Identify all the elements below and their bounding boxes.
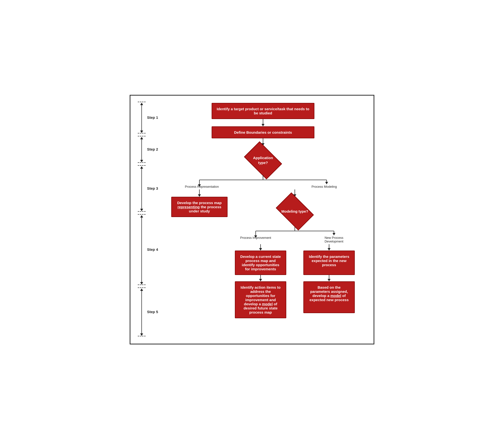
step1-label: Step 1	[147, 115, 158, 120]
flow-area: Identify a target product or service/tas…	[160, 100, 366, 336]
step5-label: Step 5	[147, 310, 158, 314]
steps-column: Step 1 Step 2	[138, 100, 160, 336]
step4-label: Step 4	[147, 247, 158, 252]
box1: Identify a target product or service/tas…	[212, 103, 314, 119]
step1-bracket: Step 1	[138, 102, 160, 134]
diagram-container: Step 1 Step 2	[130, 95, 374, 344]
branch-content: Develop the process map representing the…	[170, 189, 356, 318]
svg-marker-5	[325, 182, 328, 184]
box1-container: Identify a target product or service/tas…	[212, 103, 314, 119]
step3-bracket: Step 3	[138, 165, 160, 212]
diamond1-container: Application type?	[239, 146, 287, 175]
box-improvement: Develop a current state process map and …	[235, 251, 286, 275]
step4-bracket: Step 4	[138, 214, 160, 285]
box-new-process: Identify the parameters expected in the …	[303, 251, 355, 275]
box-new-model: Based on the parameters assigned, develo…	[303, 281, 355, 313]
branch-lines-svg	[170, 175, 356, 185]
step2-bracket: Step 2	[138, 136, 160, 163]
sub-spacer	[287, 244, 302, 318]
arrow-improvement2	[259, 275, 262, 281]
step2-label: Step 2	[147, 147, 158, 151]
svg-marker-11	[333, 233, 336, 235]
label-process-improvement: Process Improvement	[239, 236, 273, 243]
box2-container: Define Boundaries or constraints	[212, 126, 314, 138]
sub-branch-labels: Process Improvement New Process Developm…	[234, 236, 356, 243]
diamond1-label: Application type?	[250, 156, 276, 165]
improvement-branch: Develop a current state process map and …	[234, 244, 287, 318]
arrow-left-branch	[198, 189, 201, 197]
label-process-rep: Process Representation	[185, 185, 219, 188]
box-process-rep: Develop the process map representing the…	[171, 197, 228, 217]
step3-label: Step 3	[147, 186, 158, 190]
step5-bracket: Step 5	[138, 287, 160, 336]
diamond2-label: Modeling type?	[281, 209, 308, 214]
arrow-new-process2	[328, 275, 331, 281]
branch-labels: Process Representation Process Modeling	[170, 185, 356, 188]
new-process-branch: Identify the parameters expected in the …	[302, 244, 356, 318]
label-process-modeling: Process Modeling	[307, 185, 341, 188]
sub-branch-content: Develop a current state process map and …	[234, 244, 356, 318]
left-branch: Develop the process map representing the…	[170, 189, 229, 318]
arrow1	[261, 119, 264, 126]
right-branch: Modeling type? P	[234, 189, 356, 318]
arrow-new-process	[328, 244, 331, 251]
branch-section: Process Representation Process Modeling …	[170, 175, 356, 318]
middle-spacer	[229, 189, 234, 318]
arrow-improvement	[259, 244, 262, 251]
sub-branch-lines-svg	[234, 226, 356, 236]
box2: Define Boundaries or constraints	[212, 126, 314, 138]
label-new-process-dev: New Process Development	[317, 236, 351, 243]
box-future-state: Identify action items to address the opp…	[235, 281, 286, 318]
diamond2-container: Modeling type?	[270, 197, 319, 226]
